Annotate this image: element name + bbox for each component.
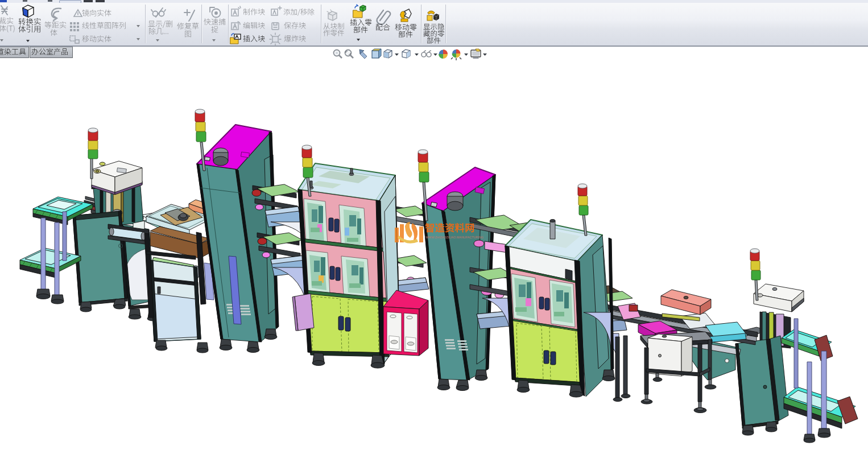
- svg-text:WWW.ZHIZAOZILIAO.MANUFACTURING: WWW.ZHIZAOZILIAO.MANUFACTURING: [425, 236, 483, 239]
